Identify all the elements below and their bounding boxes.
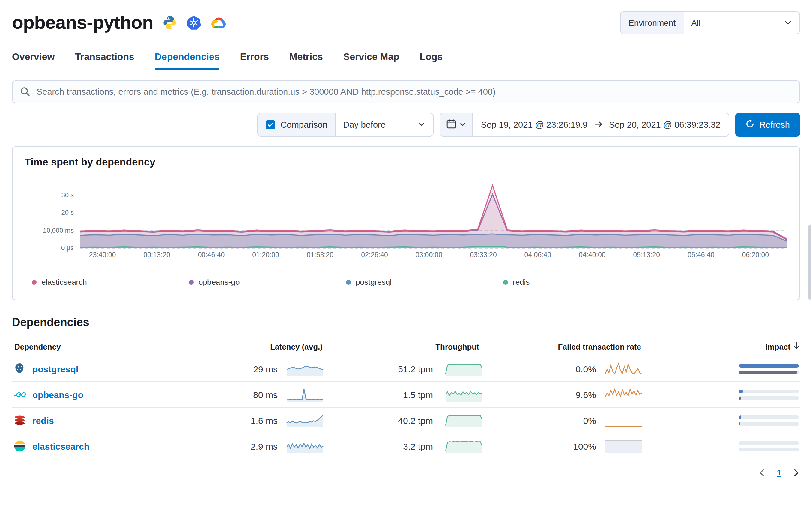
failed-rate-value: 9.6%: [483, 390, 601, 400]
calendar-quick-select-button[interactable]: [440, 113, 473, 136]
column-dependency[interactable]: Dependency: [12, 342, 246, 351]
table-header-row: Dependency Latency (avg.) Throughput Fai…: [12, 338, 800, 356]
legend-dot: [189, 280, 194, 284]
chart-legend: elasticsearch opbeans-go postgresql redi…: [24, 277, 788, 286]
environment-select[interactable]: Environment All: [620, 11, 800, 34]
calendar-icon: [446, 118, 457, 131]
impact-bars: [642, 441, 800, 451]
dependency-link[interactable]: opbeans-go: [32, 390, 83, 400]
x-tick-label: 06:20:00: [742, 251, 769, 258]
tab-service-map[interactable]: Service Map: [343, 52, 399, 70]
x-tick-label: 01:53:20: [307, 251, 334, 258]
latency-value: 2.9 ms: [246, 441, 282, 451]
x-tick-label: 03:00:00: [416, 251, 442, 258]
column-failed-rate[interactable]: Failed transaction rate: [483, 342, 642, 351]
legend-item-postgresql[interactable]: postgresql: [346, 277, 503, 286]
tab-errors[interactable]: Errors: [240, 52, 269, 70]
previous-page-button[interactable]: [758, 469, 766, 476]
chart-area: 30 s20 s10,000 ms0 µs: [24, 182, 788, 248]
throughput-value: 40.2 tpm: [324, 415, 438, 425]
tab-overview[interactable]: Overview: [12, 52, 55, 70]
environment-value: All: [684, 12, 784, 33]
throughput-sparkline: [438, 361, 483, 376]
y-axis-labels: 30 s20 s10,000 ms0 µs: [24, 182, 80, 248]
search-input[interactable]: [12, 80, 800, 103]
legend-label: opbeans-go: [198, 277, 240, 286]
column-impact[interactable]: Impact: [642, 342, 800, 351]
comparison-period-select[interactable]: Day before: [336, 113, 433, 136]
y-tick-label: 0 µs: [61, 244, 74, 251]
x-tick-label: 03:33:20: [470, 251, 497, 258]
dependency-link[interactable]: redis: [32, 415, 54, 425]
latency-sparkline: [282, 438, 324, 454]
search-icon: [20, 86, 30, 99]
throughput-value: 1.5 tpm: [324, 390, 438, 400]
x-tick-label: 02:26:40: [361, 251, 388, 258]
dependency-link[interactable]: postgresql: [32, 364, 78, 374]
legend-item-elasticsearch[interactable]: elasticsearch: [32, 277, 189, 286]
chart-plot[interactable]: [80, 182, 788, 248]
environment-label: Environment: [621, 12, 684, 33]
date-end[interactable]: Sep 20, 2021 @ 06:39:23.32: [609, 120, 720, 130]
kubernetes-icon: [186, 15, 201, 30]
next-page-button[interactable]: [792, 469, 800, 476]
latency-value: 1.6 ms: [246, 415, 282, 425]
throughput-sparkline: [438, 438, 483, 454]
throughput-value: 3.2 tpm: [324, 441, 438, 451]
tab-dependencies[interactable]: Dependencies: [155, 52, 220, 70]
column-throughput[interactable]: Throughput: [324, 342, 483, 351]
page-title: opbeans-python: [12, 12, 153, 33]
x-tick-label: 23:40:00: [89, 251, 116, 258]
dependency-link[interactable]: elasticsearch: [32, 441, 89, 451]
x-tick-label: 05:46:40: [687, 251, 715, 258]
tab-logs[interactable]: Logs: [420, 52, 442, 70]
dependency-cell: -GO opbeans-go: [12, 388, 246, 401]
search-bar: [12, 80, 800, 103]
dependency-cell: redis: [12, 414, 246, 427]
dependency-cell: elasticsearch: [12, 439, 246, 453]
refresh-button[interactable]: Refresh: [735, 113, 800, 137]
tab-transactions[interactable]: Transactions: [75, 52, 134, 70]
latency-value: 29 ms: [246, 364, 282, 374]
dependencies-table: Dependency Latency (avg.) Throughput Fai…: [12, 338, 800, 459]
throughput-sparkline: [438, 413, 483, 428]
tab-metrics[interactable]: Metrics: [290, 52, 323, 70]
date-range-picker: Sep 19, 2021 @ 23:26:19.9 Sep 20, 2021 @…: [439, 113, 730, 137]
elasticsearch-icon: [13, 439, 26, 453]
failed-rate-value: 100%: [483, 441, 601, 451]
page-number[interactable]: 1: [777, 468, 782, 477]
legend-label: elasticsearch: [42, 277, 87, 286]
refresh-label: Refresh: [759, 120, 790, 130]
column-latency[interactable]: Latency (avg.): [246, 342, 324, 351]
x-tick-label: 04:40:00: [579, 251, 606, 258]
legend-label: redis: [513, 277, 530, 286]
table-row-redis: redis 1.6 ms 40.2 tpm 0%: [12, 408, 800, 433]
chevron-down-icon: [417, 119, 426, 130]
postgresql-icon: [13, 362, 26, 375]
failed-rate-value: 0%: [483, 415, 601, 425]
y-tick-label: 10,000 ms: [43, 226, 74, 234]
tab-bar: Overview Transactions Dependencies Error…: [0, 52, 812, 70]
latency-value: 80 ms: [246, 390, 282, 400]
table-row-opbeans-go: -GO opbeans-go 80 ms 1.5 tpm 9.6%: [12, 382, 800, 408]
y-tick-label: 30 s: [61, 191, 74, 198]
dependencies-heading: Dependencies: [12, 316, 800, 329]
date-start[interactable]: Sep 19, 2021 @ 23:26:19.9: [481, 120, 587, 130]
scrollbar-thumb[interactable]: [808, 225, 811, 300]
refresh-icon: [745, 119, 754, 130]
legend-item-opbeans-go[interactable]: opbeans-go: [189, 277, 346, 286]
comparison-period-value: Day before: [343, 120, 386, 130]
chart-title: Time spent by dependency: [24, 157, 788, 168]
x-tick-label: 00:13:20: [143, 251, 170, 258]
comparison-checkbox[interactable]: Comparison: [258, 113, 336, 136]
x-tick-label: 01:20:00: [252, 251, 279, 258]
x-tick-label: 04:06:40: [524, 251, 551, 258]
x-tick-label: 00:46:40: [198, 251, 225, 258]
controls-row: Comparison Day before Sep 19, 2021 @ 23:…: [12, 113, 800, 137]
chevron-down-icon: [459, 119, 466, 130]
python-icon: [162, 15, 177, 30]
legend-item-redis[interactable]: redis: [503, 277, 660, 286]
table-row-elasticsearch: elasticsearch 2.9 ms 3.2 tpm 100%: [12, 433, 800, 459]
impact-bars: [642, 390, 800, 400]
date-range: Sep 19, 2021 @ 23:26:19.9 Sep 20, 2021 @…: [473, 113, 729, 136]
